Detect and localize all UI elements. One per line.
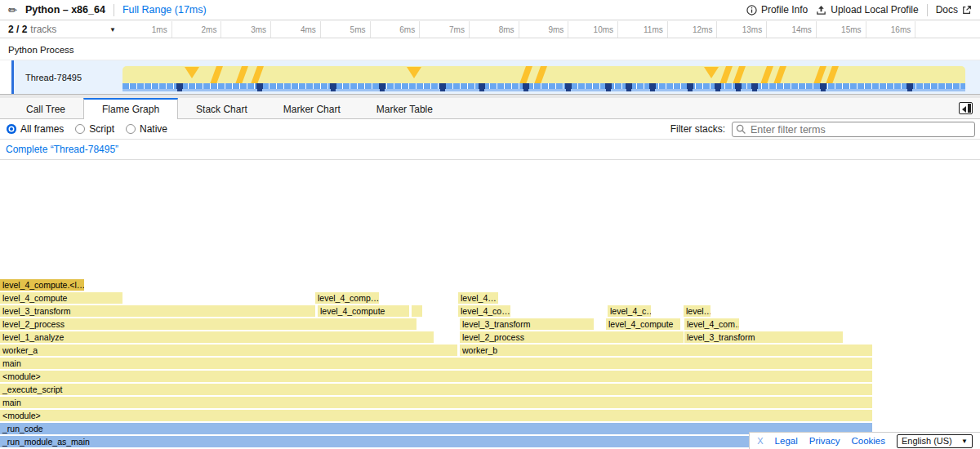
flame-frame-level-4-comp[interactable]: level_4_comp… [315, 292, 379, 304]
flame-frame-level-4-compute[interactable]: level_4_compute [606, 318, 680, 330]
upload-icon [816, 5, 826, 16]
full-range-button[interactable]: Full Range (17ms) [122, 4, 207, 16]
flame-frame-run-module-as-main[interactable]: _run_module_as_main [0, 436, 872, 447]
sample-dark-segment [605, 83, 612, 89]
chevron-down-icon: ▼ [961, 438, 968, 445]
flame-frame-module[interactable]: <module> [0, 371, 872, 382]
flame-frame-module[interactable]: <module> [0, 410, 872, 421]
footer-link-privacy[interactable]: Privacy [809, 436, 840, 446]
chevron-down-icon: ▼ [109, 26, 116, 33]
ruler-tick: 9ms [519, 21, 569, 38]
radio-label: Script [89, 123, 114, 135]
sample-dark-segment [330, 83, 336, 89]
tick-dash [626, 89, 631, 91]
flame-frame-worker-a[interactable]: worker_a [0, 345, 457, 356]
radio-script[interactable]: Script [75, 123, 114, 135]
tracks-dropdown[interactable]: 2 / 2 tracks ▼ [0, 21, 122, 38]
upload-button[interactable]: Upload Local Profile [816, 4, 918, 16]
frame-filter-controls: All framesScriptNative Filter stacks: [0, 119, 980, 140]
radio-icon [126, 124, 136, 134]
flame-frame-level-4-compute[interactable]: level_4_compute [0, 292, 122, 304]
tick-dash [523, 89, 528, 91]
footer-link-cookies[interactable]: Cookies [851, 436, 885, 446]
sample-dark-segment [715, 83, 721, 89]
radio-native[interactable]: Native [126, 123, 167, 135]
flame-frame-level-4-compute[interactable]: level_4_compute [318, 305, 409, 317]
flame-frame-main[interactable]: main [0, 358, 872, 369]
sample-dark-segment [820, 83, 826, 89]
flame-graph[interactable]: level_4_compute.<l…level_4_computelevel_… [0, 160, 980, 449]
flame-frame-execute-script[interactable]: _execute_script [0, 384, 872, 395]
tick-dash [566, 89, 571, 91]
divider [114, 4, 114, 16]
tab-flame-graph[interactable]: Flame Graph [83, 98, 178, 119]
tab-marker-table[interactable]: Marker Table [359, 98, 451, 118]
tick-dash [331, 89, 336, 91]
search-icon [736, 124, 746, 135]
marker-slash-icon [719, 66, 733, 83]
ruler-tick: 15ms [817, 21, 866, 38]
tick-dash [177, 89, 182, 91]
filter-stacks-input[interactable] [732, 122, 975, 137]
edit-name-icon[interactable]: ✏ [8, 5, 17, 16]
language-select[interactable]: English (US) ▼ [897, 434, 973, 448]
flame-frame-level-2-process[interactable]: level_2_process [460, 331, 684, 343]
marker-slash-icon [733, 66, 746, 83]
sample-dark-segment [379, 83, 385, 89]
flame-frame-level-3-transform[interactable]: level_3_transform [684, 331, 843, 343]
track-thread-78495[interactable]: Thread-78495 [0, 60, 980, 95]
docs-link[interactable]: Docs [936, 4, 972, 16]
breadcrumb[interactable]: Complete “Thread-78495” [6, 144, 118, 155]
flame-frame-level-4[interactable]: level_4… [458, 292, 498, 304]
flame-frame-run-code[interactable]: _run_code [0, 423, 872, 434]
top-bar: ✏ Python – x86_64 Full Range (17ms) Prof… [0, 0, 980, 20]
thread-track: Thread-78495 [11, 60, 980, 94]
tab-call-tree[interactable]: Call Tree [8, 98, 83, 118]
marker-slash-icon [773, 66, 786, 83]
footer-close-button[interactable]: X [757, 436, 763, 446]
flame-frame-worker-b[interactable]: worker_b [460, 345, 872, 356]
timeline-ruler[interactable]: 1ms2ms3ms4ms5ms6ms7ms8ms9ms10ms11ms12ms1… [122, 21, 965, 38]
profile-name[interactable]: Python – x86_64 [25, 4, 105, 16]
tab-marker-chart[interactable]: Marker Chart [265, 98, 359, 118]
flame-frame-level[interactable]: level… [684, 305, 710, 317]
flame-frame-level-4-compute-l[interactable]: level_4_compute.<l… [0, 279, 84, 291]
flame-frame-level-4-c[interactable]: level_4_c… [608, 305, 651, 317]
radio-label: Native [140, 123, 167, 135]
sidebar-toggle-icon[interactable] [959, 102, 973, 114]
footer-links: LegalPrivacyCookies [775, 436, 897, 446]
tick-dash [736, 89, 741, 91]
tick-dash [479, 89, 484, 91]
tick-dash [821, 89, 826, 91]
tab-stack-chart[interactable]: Stack Chart [178, 98, 265, 118]
profiler-window: ✏ Python – x86_64 Full Range (17ms) Prof… [0, 0, 980, 449]
footer-link-legal[interactable]: Legal [775, 436, 798, 446]
thread-activity-graph[interactable] [122, 66, 965, 91]
tick-dash [650, 89, 655, 91]
flame-frame-level-1-analyze[interactable]: level_1_analyze [0, 331, 434, 343]
flame-frame-level-2-process[interactable]: level_2_process [0, 318, 416, 330]
flame-frame-level-3-transform[interactable]: level_3_transform [460, 318, 594, 330]
flame-frame-level-4-com[interactable]: level_4_com… [684, 318, 739, 330]
marker-slash-icon [813, 66, 827, 83]
flame-frame-main[interactable]: main [0, 397, 872, 408]
docs-label: Docs [936, 4, 958, 16]
sample-dark-segment [649, 83, 656, 89]
flame-frame-level-4-co[interactable]: level_4_co… [458, 305, 510, 317]
divider [927, 4, 928, 16]
flame-frame[interactable] [412, 305, 422, 317]
marker-arrow-icon [185, 67, 199, 78]
tick-dash [752, 89, 757, 91]
external-link-icon [962, 5, 972, 15]
ruler-tick: 8ms [470, 21, 519, 38]
profile-info-button[interactable]: Profile Info [746, 4, 808, 16]
tick-dash [257, 89, 262, 91]
sample-dark-segment [906, 83, 913, 89]
track-python-process[interactable]: Python Process [0, 39, 980, 60]
flame-frame-level-3-transform[interactable]: level_3_transform [0, 305, 315, 317]
filter-stacks-label: Filter stacks: [670, 123, 725, 135]
info-icon [746, 5, 757, 16]
radio-all-frames[interactable]: All frames [7, 123, 64, 135]
sample-dark-segment [626, 83, 632, 89]
ruler-tick: 4ms [271, 21, 321, 38]
